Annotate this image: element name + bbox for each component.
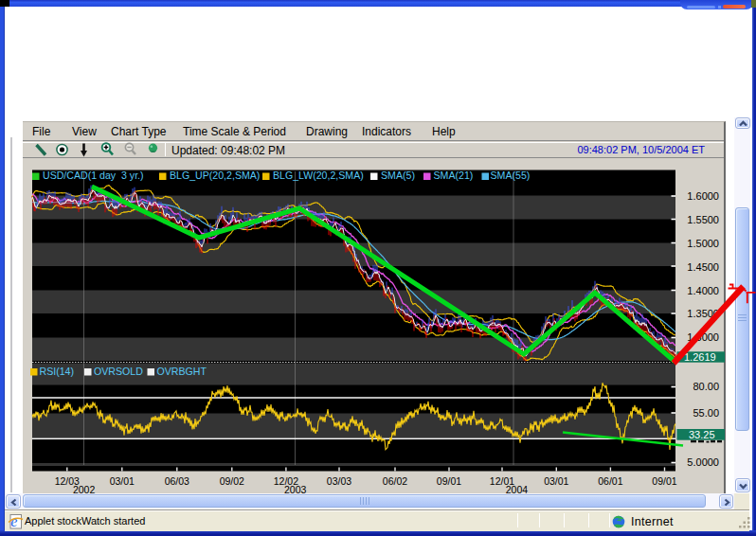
svg-text:e: e <box>10 514 17 529</box>
